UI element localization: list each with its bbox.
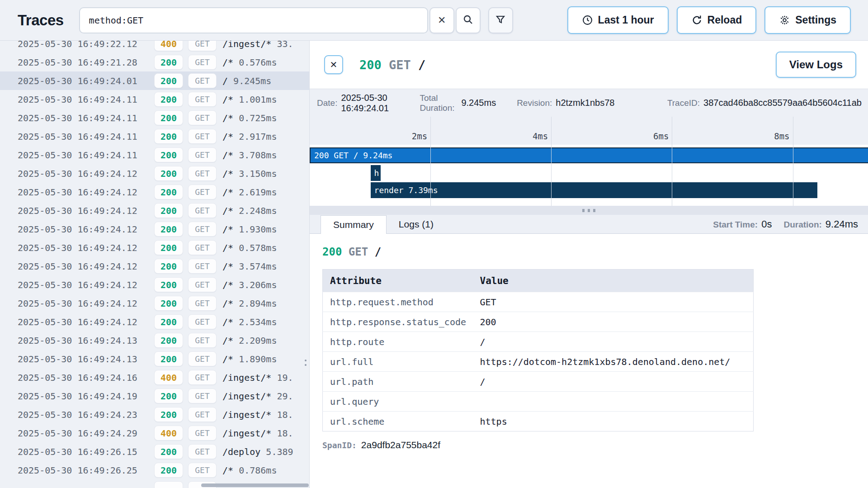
status-badge: 200 [154,444,183,459]
trace-duration: 1.930ms [233,224,277,235]
panel-resize-handle[interactable] [305,360,307,366]
trace-row[interactable]: 2025-05-30 16:49:24.12200GET/* 3.150ms [0,164,309,183]
trace-row[interactable]: 2025-05-30 16:49:26.25200GET/* 0.786ms [0,461,309,479]
attribute-table: Attribute Value http.request.methodGETht… [322,269,754,431]
status-code: 200 [322,246,342,258]
trace-path: /ingest/* 29. [222,391,309,402]
horizontal-scrollbar[interactable] [201,483,309,487]
trace-row[interactable]: 2025-05-30 16:49:22.12400GET/ingest/* 33… [0,41,309,53]
search-input[interactable] [80,8,427,33]
trace-duration: 0.725ms [233,113,277,123]
trace-timestamp: 2025-05-30 16:49:24.12 [18,261,154,272]
revision-label: Revision: [517,98,552,108]
trace-timestamp: 2025-05-30 16:49:24.12 [18,298,154,309]
trace-row[interactable]: 2025-05-30 16:49:24.12200GET/* 3.574ms [0,257,309,275]
trace-duration: 5.389 [260,446,293,457]
trace-timestamp: 2025-05-30 16:49:24.11 [18,113,154,123]
method-badge: GET [188,333,217,348]
table-row: url.schemehttps [323,412,754,431]
table-row: http.route/ [323,332,754,352]
request-path: / [418,58,425,72]
attribute-name: url.path [323,372,473,392]
attribute-name: http.request.method [323,292,473,312]
trace-duration: 2.209ms [233,335,277,346]
trace-row[interactable]: 2025-05-30 16:49:26.15200GET/deploy 5.38… [0,442,309,461]
settings-button[interactable]: Settings [764,6,851,34]
trace-row[interactable]: 2025-05-30 16:49:24.19200GET/ingest/* 29… [0,387,309,405]
timeline-resize-handle[interactable] [310,206,868,215]
method-badge: GET [188,203,217,218]
trace-row[interactable]: 2025-05-30 16:49:24.13200GET/* 1.890ms [0,350,309,368]
span-bar[interactable]: h [371,165,381,181]
trace-row[interactable]: 2025-05-30 16:49:24.12200GET/* 2.894ms [0,294,309,313]
span-bar[interactable]: 200 GET / 9.24ms [310,147,868,163]
tab-summary[interactable]: Summary [321,215,387,234]
trace-row[interactable]: 2025-05-30 16:49:24.12200GET/* 1.930ms [0,220,309,238]
filter-button[interactable] [488,7,513,33]
total-duration-label: Total Duration: [420,93,458,113]
trace-row[interactable]: 2025-05-30 16:49:24.23200GET/ingest/* 18… [0,405,309,424]
reload-button[interactable]: Reload [677,6,757,34]
timeline-axis: 2ms4ms6ms8ms [310,117,868,145]
meta-total-duration: Total Duration: 9.245ms [420,93,496,113]
clear-search-button[interactable]: ✕ [429,7,454,33]
filter-icon [495,14,506,27]
attribute-value [473,392,754,412]
trace-row[interactable]: 2025-05-30 16:49:24.13200GET/* 2.209ms [0,331,309,350]
trace-timestamp: 2025-05-30 16:49:24.12 [18,280,154,290]
method-badge: GET [188,185,217,199]
trace-row[interactable]: 2025-05-30 16:49:24.11200GET/* 0.725ms [0,109,309,127]
trace-timestamp: 2025-05-30 16:49:24.29 [18,428,154,439]
trace-row[interactable]: 2025-05-30 16:49:24.01200GET/ 9.245ms [0,71,309,90]
trace-duration: 2.917ms [233,131,277,142]
total-duration-value: 9.245ms [461,98,496,108]
method-badge: GET [188,314,217,329]
trace-duration: 1.890ms [233,354,277,365]
meta-date: Date: 2025-05-30 16:49:24.01 [317,93,394,114]
status-badge: 200 [154,129,183,144]
detail-header: ✕ 200 GET / View Logs [310,41,868,89]
tab-logs[interactable]: Logs (1) [387,215,446,233]
trace-row[interactable]: 2025-05-30 16:49:24.12200GET/* 3.206ms [0,275,309,294]
settings-label: Settings [795,14,836,26]
search-button[interactable] [456,7,481,33]
status-badge: 200 [154,314,183,329]
trace-row[interactable]: 2025-05-30 16:49:24.29400GET/ingest/* 18… [0,424,309,442]
method-badge: GET [188,351,217,366]
time-range-button[interactable]: Last 1 hour [567,6,669,34]
trace-row[interactable]: 2025-05-30 16:49:24.11200GET/* 3.708ms [0,146,309,164]
trace-row[interactable]: 2025-05-30 16:49:24.12200GET/* 2.534ms [0,313,309,331]
view-logs-button[interactable]: View Logs [776,52,856,78]
attribute-value: https [473,412,754,431]
attribute-name: url.scheme [323,412,473,431]
trace-row[interactable]: 2025-05-30 16:49:21.28200GET/* 0.576ms [0,53,309,71]
close-icon: ✕ [330,59,338,70]
trace-duration: 0.786ms [233,465,277,476]
span-bar[interactable]: render 7.39ms [371,182,817,198]
trace-timestamp: 2025-05-30 16:49:24.13 [18,335,154,346]
trace-row[interactable]: 2025-05-30 16:49:24.11200GET/* 1.001ms [0,90,309,109]
status-badge: 200 [154,333,183,348]
date-label: Date: [317,98,337,108]
attribute-value: / [473,332,754,352]
trace-row[interactable]: 2025-05-30 16:49:24.16400GET/ingest/* 19… [0,368,309,387]
timeline-gridline [551,117,552,206]
summary-content: 200 GET / Attribute Value http.request.m… [310,234,868,488]
method-badge: GET [188,277,217,292]
trace-row[interactable]: 2025-05-30 16:49:24.11200GET/* 2.917ms [0,127,309,146]
search-icon [462,14,473,27]
trace-row[interactable]: 2025-05-30 16:49:24.12200GET/* 2.248ms [0,201,309,220]
meta-revision: Revision: h2tzmk1nbs78 [517,98,614,108]
trace-duration: 0.578ms [233,242,277,253]
trace-timestamp: 2025-05-30 16:49:24.19 [18,391,154,402]
method-badge: GET [188,41,217,51]
value-column-header: Value [473,270,754,292]
detail-title: 200 GET / [359,58,425,72]
trace-row[interactable]: 2025-05-30 16:49:24.12200GET/* 2.619ms [0,183,309,201]
table-row: http.response.status_code200 [323,312,754,332]
trace-row[interactable]: 2025-05-30 16:49:24.12200GET/* 0.578ms [0,238,309,257]
attribute-name: http.response.status_code [323,312,473,332]
status-badge: 200 [154,259,183,274]
status-badge: 200 [154,73,183,88]
close-detail-button[interactable]: ✕ [324,55,343,74]
